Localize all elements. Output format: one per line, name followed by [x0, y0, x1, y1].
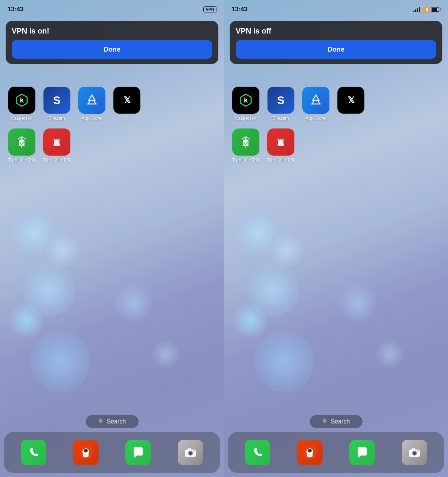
battery-tip-right: [440, 8, 440, 11]
status-bar-right: 13:43 📶: [224, 0, 448, 19]
search-icon-right: 🔍: [322, 419, 329, 425]
phone-screen-vpn-on: 13:43 VPN VPN is on! Done k Kasper: [0, 0, 224, 477]
svg-rect-15: [188, 448, 191, 450]
dock-phone-left[interactable]: [21, 440, 46, 465]
notification-title-left: VPN is on!: [12, 27, 212, 35]
app-icon-appstore-left: [78, 87, 105, 114]
vpn-badge-left: VPN: [203, 6, 216, 12]
notification-banner-right: VPN is off Done: [230, 21, 442, 64]
done-button-right[interactable]: Done: [236, 40, 436, 59]
app-x-left[interactable]: 𝕏 X: [113, 87, 141, 121]
app-grid-left: k Kaspersky S Shazam: [8, 87, 216, 171]
signal-bar-4: [419, 7, 420, 12]
app-icon-shazam-left: S: [43, 87, 70, 114]
search-bar-right[interactable]: 🔍 Search: [310, 415, 363, 428]
done-button-text-left: Done: [104, 46, 120, 54]
svg-point-9: [84, 449, 88, 453]
dock-camera-right[interactable]: [402, 440, 427, 465]
app-vpn-off-right[interactable]: Turn Off VPN: [267, 128, 295, 163]
battery-right: [431, 7, 440, 12]
signal-bars-right: [413, 7, 420, 12]
bokeh-6: [151, 339, 181, 369]
time-right: 13:43: [232, 6, 247, 13]
app-label-x-right: X: [349, 116, 352, 121]
svg-text:k: k: [20, 96, 24, 104]
time-left: 13:43: [8, 6, 23, 13]
app-label-kaspersky-left: Kaspersky: [11, 116, 32, 121]
app-grid-right: k Kaspersky S Shazam Ap: [232, 87, 440, 171]
phone-screen-vpn-off: 13:43 📶 VPN is off Done: [224, 0, 448, 477]
wifi-icon-right: 📶: [422, 6, 429, 12]
bokeh-r4: [232, 301, 269, 339]
app-kaspersky-right[interactable]: k Kaspersky: [232, 87, 260, 121]
app-label-appstore-right: App Store: [306, 116, 326, 121]
status-icons-left: VPN: [203, 6, 216, 12]
app-appstore-left[interactable]: App Store: [78, 87, 106, 121]
dock-right: [228, 432, 444, 473]
app-row-2-right: Turn On VPN Turn Off VPN: [232, 128, 440, 163]
svg-text:k: k: [244, 96, 248, 104]
app-label-x-left: X: [125, 116, 128, 121]
dock-duck-right[interactable]: [297, 440, 323, 465]
bokeh-4: [8, 301, 45, 339]
done-button-text-right: Done: [328, 46, 344, 54]
app-row-2-left: Turn On VPN Turn Off VPN: [8, 128, 216, 163]
search-text-left: Search: [107, 418, 126, 425]
status-icons-right: 📶: [413, 6, 440, 12]
app-label-kaspersky-right: Kaspersky: [235, 116, 256, 121]
app-label-shazam-right: Shazam: [272, 116, 289, 121]
svg-point-14: [190, 453, 191, 454]
signal-bar-1: [413, 11, 414, 12]
bokeh-r2: [269, 234, 303, 268]
svg-text:S: S: [277, 94, 284, 106]
signal-bar-3: [417, 8, 418, 12]
app-label-appstore-left: App Store: [82, 116, 102, 121]
notification-title-right: VPN is off: [236, 27, 436, 35]
app-shazam-left[interactable]: S Shazam: [43, 87, 71, 121]
app-icon-shazam-right: S: [267, 87, 294, 114]
app-row-1-left: k Kaspersky S Shazam: [8, 87, 216, 121]
app-icon-appstore-right: [302, 87, 329, 114]
app-icon-vpn-off-right: [267, 128, 294, 156]
app-label-vpn-off-right: Turn Off VPN: [267, 157, 294, 163]
dock-left: [4, 432, 220, 473]
app-icon-vpn-on-right: [232, 128, 259, 156]
app-icon-kaspersky-right: k: [232, 87, 259, 114]
bokeh-r6: [375, 339, 405, 369]
dock-camera-left[interactable]: [178, 440, 203, 465]
done-button-left[interactable]: Done: [12, 40, 212, 59]
search-text-right: Search: [331, 418, 350, 425]
battery-fill-right: [432, 8, 437, 11]
svg-text:𝕏: 𝕏: [123, 95, 131, 105]
app-shazam-right[interactable]: S Shazam: [267, 87, 295, 121]
dock-messages-left[interactable]: [125, 440, 151, 465]
app-label-vpn-off-left: Turn Off VPN: [43, 157, 70, 163]
battery-icon-right: [431, 7, 439, 12]
app-vpn-off-left[interactable]: Turn Off VPN: [43, 128, 71, 163]
signal-bar-2: [415, 9, 416, 12]
bokeh-5: [113, 283, 154, 324]
app-row-1-right: k Kaspersky S Shazam Ap: [232, 87, 440, 121]
bokeh-2: [45, 234, 79, 268]
app-x-right[interactable]: 𝕏 X: [337, 87, 365, 121]
bokeh-7: [30, 332, 90, 392]
dock-messages-right[interactable]: [349, 440, 375, 465]
svg-text:𝕏: 𝕏: [347, 95, 355, 105]
svg-text:S: S: [53, 94, 60, 106]
dock-phone-right[interactable]: [245, 440, 270, 465]
dock-duck-left[interactable]: [73, 440, 99, 465]
app-icon-kaspersky-left: k: [8, 87, 35, 114]
bokeh-r5: [337, 283, 378, 324]
search-icon-left: 🔍: [98, 419, 105, 425]
app-icon-vpn-off-left: [43, 128, 70, 156]
search-bar-left[interactable]: 🔍 Search: [86, 415, 139, 428]
svg-point-26: [308, 449, 312, 453]
app-appstore-right[interactable]: App Store: [302, 87, 330, 121]
app-kaspersky-left[interactable]: k Kaspersky: [8, 87, 36, 121]
app-label-vpn-on-left: Turn On VPN: [8, 157, 35, 163]
svg-point-16: [193, 450, 195, 452]
app-vpn-on-right[interactable]: Turn On VPN: [232, 128, 260, 163]
app-vpn-on-left[interactable]: Turn On VPN: [8, 128, 36, 163]
app-icon-x-left: 𝕏: [113, 87, 140, 114]
svg-point-31: [414, 453, 415, 454]
